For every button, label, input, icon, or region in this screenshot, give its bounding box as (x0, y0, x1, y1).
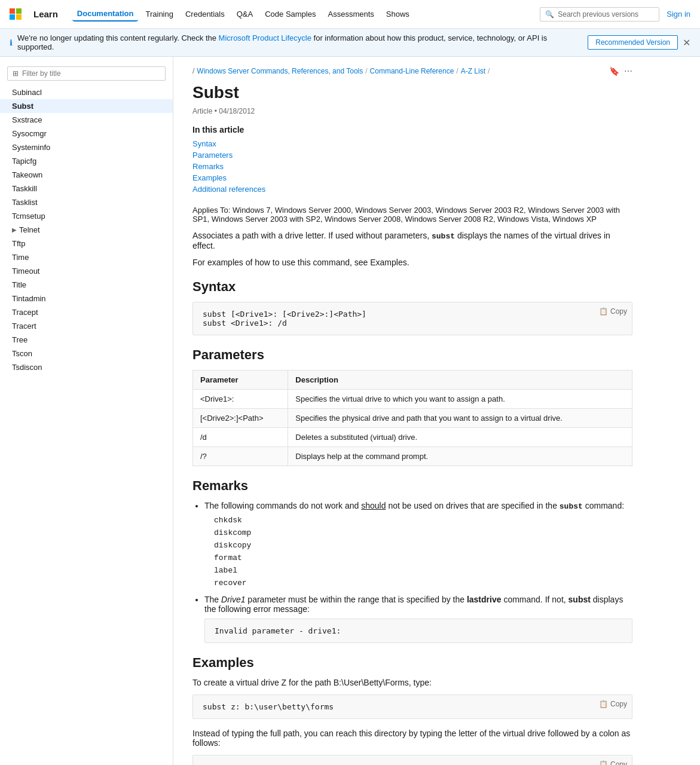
nav-documentation[interactable]: Documentation (72, 7, 139, 22)
article-title: Subst (192, 83, 632, 102)
banner-text: We're no longer updating this content re… (17, 33, 583, 51)
sidebar-filter[interactable]: ⊞ (7, 66, 166, 81)
sidebar-item-takeown[interactable]: Takeown (0, 168, 173, 182)
search-icon: 🔍 (545, 10, 554, 19)
sidebar-item-subst[interactable]: Subst (0, 99, 173, 113)
examples-code-2: z: (203, 763, 622, 765)
cmd-diskcopy: diskcopy (214, 541, 632, 550)
param-desc: Specifies the virtual drive to which you… (288, 390, 632, 409)
sidebar-item-title[interactable]: Title (0, 278, 173, 292)
param-desc: Deletes a substituted (virtual) drive. (288, 428, 632, 447)
description-1: Associates a path with a drive letter. I… (192, 231, 632, 250)
sidebar-item-tintadmin[interactable]: Tintadmin (0, 292, 173, 305)
microsoft-logo (10, 8, 22, 20)
sign-in-link[interactable]: Sign in (667, 10, 690, 19)
sidebar-item-tasklist[interactable]: Tasklist (0, 195, 173, 209)
nav-shows[interactable]: Shows (381, 7, 414, 21)
syntax-code: subst [<Drive1>: [<Drive2>:]<Path>] subs… (203, 310, 622, 328)
nav-credentials[interactable]: Credentials (181, 7, 230, 21)
nav-right: 🔍 Search previous versions Sign in (540, 7, 690, 22)
cmd-format: format (214, 553, 632, 562)
examples-code-1: subst z: b:\user\betty\forms (203, 702, 622, 711)
sidebar-item-telnet[interactable]: ▶ Telnet (0, 223, 173, 237)
examples-code-block-2: 📋 Copy z: (192, 755, 632, 765)
remark-item-1: The following commands do not work and s… (204, 501, 632, 587)
toc-syntax[interactable]: Syntax (192, 139, 632, 148)
desc-col-header: Description (288, 371, 632, 390)
examples-desc-2: Instead of typing the full path, you can… (192, 729, 632, 748)
nav-training[interactable]: Training (140, 7, 178, 21)
bookmark-icon[interactable]: 🔖 (609, 66, 619, 76)
copy-example1-button[interactable]: 📋 Copy (599, 700, 627, 708)
remarks-list: The following commands do not work and s… (192, 501, 632, 643)
info-icon: ℹ (10, 38, 13, 47)
parameters-heading: Parameters (192, 347, 632, 363)
breadcrumb-cmdline-ref[interactable]: Command-Line Reference (370, 67, 454, 75)
page-layout: ⊞ Subinacl Subst Sxstrace Sysocmgr Syste… (0, 57, 700, 765)
breadcrumb-separator-3: / (488, 67, 490, 75)
parameters-table: Parameter Description <Drive1>: Specifie… (192, 370, 632, 466)
remark-error-code: Invalid parameter - drive1: (204, 619, 632, 643)
table-row: /? Displays help at the command prompt. (193, 447, 632, 466)
recommended-version-button[interactable]: Recommended Version (588, 35, 678, 50)
remark-commands: chkdsk diskcomp diskcopy format label re… (214, 516, 632, 587)
share-icon[interactable]: ⋯ (624, 66, 632, 76)
description-2: For examples of how to use this command,… (192, 258, 632, 267)
copy-icon: 📋 (599, 307, 608, 316)
remark-item-2: The Drive1 parameter must be within the … (204, 595, 632, 643)
breadcrumb-azlist[interactable]: A-Z List (461, 67, 485, 75)
nav-links: Documentation Training Credentials Q&A C… (72, 7, 414, 22)
sidebar-item-tracert[interactable]: Tracert (0, 319, 173, 333)
param-desc: Displays help at the command prompt. (288, 447, 632, 466)
search-box[interactable]: 🔍 Search previous versions (540, 7, 659, 22)
sidebar-item-time[interactable]: Time (0, 250, 173, 264)
filter-input[interactable] (22, 69, 160, 78)
sidebar-item-tscon[interactable]: Tscon (0, 347, 173, 360)
nav-qa[interactable]: Q&A (232, 7, 258, 21)
sidebar-item-tapicfg[interactable]: Tapicfg (0, 154, 173, 168)
nav-assessments[interactable]: Assessments (323, 7, 378, 21)
cmd-chkdsk: chkdsk (214, 516, 632, 525)
sidebar-item-tsdiscon[interactable]: Tsdiscon (0, 360, 173, 374)
toc-remarks[interactable]: Remarks (192, 162, 632, 171)
nav-code-samples[interactable]: Code Samples (260, 7, 320, 21)
table-row: [<Drive2>:]<Path> Specifies the physical… (193, 409, 632, 428)
copy-example2-button[interactable]: 📋 Copy (599, 760, 627, 765)
top-navigation: Learn Documentation Training Credentials… (0, 0, 700, 29)
sidebar: ⊞ Subinacl Subst Sxstrace Sysocmgr Syste… (0, 57, 173, 765)
sidebar-item-timeout[interactable]: Timeout (0, 264, 173, 278)
param-desc: Specifies the physical drive and path th… (288, 409, 632, 428)
examples-code-block-1: 📋 Copy subst z: b:\user\betty\forms (192, 694, 632, 719)
sidebar-item-taskkill[interactable]: Taskkill (0, 182, 173, 195)
sidebar-item-systeminfo[interactable]: Systeminfo (0, 140, 173, 154)
sidebar-item-tcmsetup[interactable]: Tcmsetup (0, 209, 173, 223)
param-name: /d (193, 428, 288, 447)
toc-additional-refs[interactable]: Additional references (192, 185, 632, 194)
breadcrumb-sep-home: / (192, 67, 194, 75)
remarks-heading: Remarks (192, 478, 632, 494)
param-name: /? (193, 447, 288, 466)
breadcrumb-windows-server[interactable]: Windows Server Commands, References, and… (197, 67, 363, 75)
lifecycle-link[interactable]: Microsoft Product Lifecycle (219, 33, 311, 42)
sidebar-item-tftp[interactable]: Tftp (0, 237, 173, 250)
sidebar-item-subinacl[interactable]: Subinacl (0, 85, 173, 99)
toc-title: In this article (192, 125, 632, 134)
sidebar-item-tree[interactable]: Tree (0, 333, 173, 347)
param-name: [<Drive2>:]<Path> (193, 409, 288, 428)
param-name: <Drive1>: (193, 390, 288, 409)
article-meta: Article • 04/18/2012 (192, 107, 632, 115)
copy-syntax-button[interactable]: 📋 Copy (599, 307, 627, 316)
syntax-code-block: 📋 Copy subst [<Drive1>: [<Drive2>:]<Path… (192, 302, 632, 335)
cmd-recover: recover (214, 579, 632, 587)
table-of-contents: In this article Syntax Parameters Remark… (192, 125, 632, 194)
sidebar-item-sysocmgr[interactable]: Sysocmgr (0, 127, 173, 140)
toc-parameters[interactable]: Parameters (192, 151, 632, 160)
toc-examples[interactable]: Examples (192, 173, 632, 182)
sidebar-item-tracept[interactable]: Tracept (0, 305, 173, 319)
cmd-diskcomp: diskcomp (214, 528, 632, 537)
examples-desc-1: To create a virtual drive Z for the path… (192, 678, 632, 687)
breadcrumb-separator-1: / (365, 67, 367, 75)
table-row: /d Deletes a substituted (virtual) drive… (193, 428, 632, 447)
close-icon[interactable]: ✕ (683, 37, 690, 48)
sidebar-item-sxstrace[interactable]: Sxstrace (0, 113, 173, 127)
